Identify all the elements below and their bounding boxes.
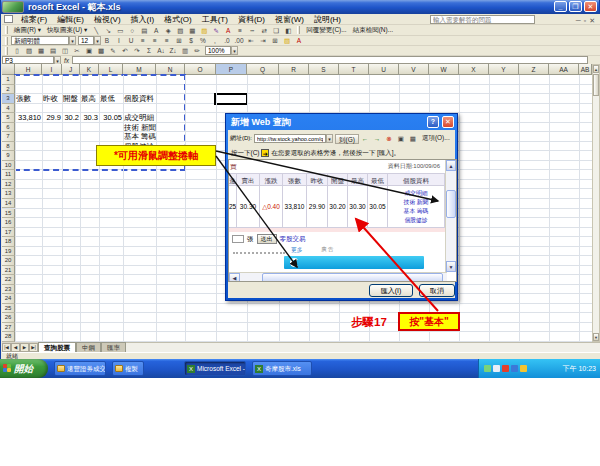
zoom-dropdown-icon[interactable]: ▾	[231, 46, 238, 55]
sort-desc-icon[interactable]: Z↓	[168, 46, 178, 55]
format-painter-icon[interactable]: ✎	[108, 46, 118, 55]
taskbar-button-2[interactable]: XMicrosoft Excel - 範..	[184, 361, 246, 376]
cell-H5[interactable]: 33,810	[15, 113, 42, 123]
toolbar-grip[interactable]	[5, 37, 8, 45]
row-header-6[interactable]: 6	[2, 123, 15, 133]
menu-item[interactable]: 視窗(W)	[270, 14, 309, 25]
menu-item[interactable]: 工具(T)	[197, 14, 233, 25]
row-header-7[interactable]: 7	[2, 132, 15, 142]
cell-I3[interactable]: 昨收	[42, 94, 59, 104]
end-review-button[interactable]: 結束檢閱(N)...	[350, 26, 396, 35]
fill-color-icon[interactable]: ▨	[199, 26, 209, 35]
reply-with-changes-button[interactable]: 回覆變更(C)...	[303, 26, 349, 35]
row-header-5[interactable]: 5	[2, 113, 15, 123]
row-header-13[interactable]: 13	[2, 189, 15, 199]
column-header-V[interactable]: V	[399, 64, 429, 75]
lot-input[interactable]	[232, 235, 244, 243]
stock-link[interactable]: 技術 新聞	[388, 198, 444, 207]
font-color-icon[interactable]: A	[223, 26, 233, 35]
submit-button[interactable]: 送出	[257, 234, 277, 244]
cell-L3[interactable]: 最低	[99, 94, 116, 104]
row-header-26[interactable]: 26	[2, 313, 15, 323]
cell-K5[interactable]: 30.3	[80, 113, 99, 123]
volume-icon[interactable]	[493, 365, 500, 372]
stock-link[interactable]: 個股健診	[388, 216, 444, 225]
column-header-W[interactable]: W	[429, 64, 459, 75]
cell-M7[interactable]: 基本 籌碼	[123, 132, 157, 142]
column-header-U[interactable]: U	[369, 64, 399, 75]
bold-icon[interactable]: B	[102, 36, 112, 45]
sheet-vertical-scrollbar[interactable]: ▲ ▼	[592, 64, 600, 342]
dialog-close-icon[interactable]: ✕	[442, 116, 454, 128]
decrease-indent-icon[interactable]: ⇤	[246, 36, 256, 45]
scroll-left-icon[interactable]: ◀	[229, 273, 240, 282]
row-header-12[interactable]: 12	[2, 180, 15, 190]
toolbar-grip[interactable]	[297, 26, 300, 34]
network-icon[interactable]	[484, 365, 491, 372]
back-icon[interactable]: ←	[360, 134, 370, 143]
first-sheet-icon[interactable]: |◀	[2, 343, 11, 352]
drawing-icon[interactable]: ✏	[192, 46, 202, 55]
row-header-1[interactable]: 1	[2, 75, 15, 85]
copy-icon[interactable]: ▣	[396, 134, 406, 143]
row-header-16[interactable]: 16	[2, 218, 15, 228]
cut-icon[interactable]: ✂	[72, 46, 82, 55]
import-button[interactable]: 匯入(I)	[369, 284, 413, 297]
prev-sheet-icon[interactable]: ◀	[11, 343, 20, 352]
forward-icon[interactable]: →	[372, 134, 382, 143]
comma-icon[interactable]: ,	[210, 36, 220, 45]
copy-icon[interactable]: ▣	[84, 46, 94, 55]
row-header-17[interactable]: 17	[2, 228, 15, 238]
selected-cell-p3[interactable]	[214, 93, 248, 105]
line-color-icon[interactable]: ✎	[211, 26, 221, 35]
autoshapes-menu-button[interactable]: 快取圖案(U) ▾	[44, 26, 90, 35]
column-header-AB[interactable]: AB	[579, 64, 592, 75]
save-icon[interactable]: ▦	[408, 134, 418, 143]
redo-icon[interactable]: ↷	[132, 46, 142, 55]
menu-item[interactable]: 編輯(E)	[52, 14, 89, 25]
cell-I5[interactable]: 29.9	[42, 113, 62, 123]
arrow-icon[interactable]: ↘	[103, 26, 113, 35]
save-icon[interactable]: ▦	[36, 46, 46, 55]
insert-function-icon[interactable]: fx	[61, 57, 72, 64]
align-left-icon[interactable]: ≡	[138, 36, 148, 45]
menu-item[interactable]: 格式(O)	[159, 14, 197, 25]
cell-M3[interactable]: 個股資料	[123, 94, 155, 104]
line-style-icon[interactable]: ≡	[235, 26, 245, 35]
cell-J3[interactable]: 開盤	[62, 94, 79, 104]
font-size-dropdown-icon[interactable]: ▾	[94, 36, 101, 45]
scroll-down-icon[interactable]: ▼	[446, 261, 456, 272]
draw-menu-button[interactable]: 繪圖(R) ▾	[11, 26, 44, 35]
sheet-tab-2[interactable]: 匯率	[101, 342, 126, 352]
column-header-X[interactable]: X	[459, 64, 489, 75]
column-header-S[interactable]: S	[309, 64, 339, 75]
row-header-21[interactable]: 21	[2, 266, 15, 276]
next-sheet-icon[interactable]: ▶	[20, 343, 29, 352]
web-page-preview[interactable]: 買 資料日期:100/09/06 進賣出漲跌張數昨收開盤最高最低個股資料2530…	[228, 159, 457, 282]
go-button[interactable]: 到(G)	[335, 134, 359, 144]
odd-lot-link[interactable]: 零股交易	[280, 235, 306, 244]
dialog-help-icon[interactable]: ?	[427, 116, 439, 128]
taskbar-button-0[interactable]: 遠豐證券成交回報	[54, 361, 106, 376]
sheet-tab-1[interactable]: 中鋼	[76, 342, 101, 352]
start-button[interactable]: 開始	[0, 359, 48, 378]
menu-item[interactable]: 插入(I)	[126, 14, 160, 25]
close-button[interactable]: ✕	[584, 1, 597, 12]
row-header-3[interactable]: 3	[2, 94, 15, 104]
row-header-14[interactable]: 14	[2, 199, 15, 209]
3d-icon[interactable]: ◧	[283, 26, 293, 35]
formula-input[interactable]	[72, 56, 588, 64]
row-header-23[interactable]: 23	[2, 285, 15, 295]
column-header-Z[interactable]: Z	[519, 64, 549, 75]
borders-icon[interactable]: ⊞	[270, 36, 280, 45]
dialog-vertical-scrollbar[interactable]: ▲ ▼	[445, 160, 456, 272]
row-header-11[interactable]: 11	[2, 170, 15, 180]
oval-icon[interactable]: ○	[127, 26, 137, 35]
column-header-R[interactable]: R	[279, 64, 309, 75]
column-header-O[interactable]: O	[185, 64, 216, 75]
row-header-25[interactable]: 25	[2, 304, 15, 314]
taskbar-button-1[interactable]: 複製	[112, 361, 144, 376]
horizontal-scrollbar[interactable]	[126, 342, 600, 352]
scrollbar-thumb[interactable]	[593, 74, 599, 96]
cell-M6[interactable]: 技術 新聞	[123, 123, 157, 133]
